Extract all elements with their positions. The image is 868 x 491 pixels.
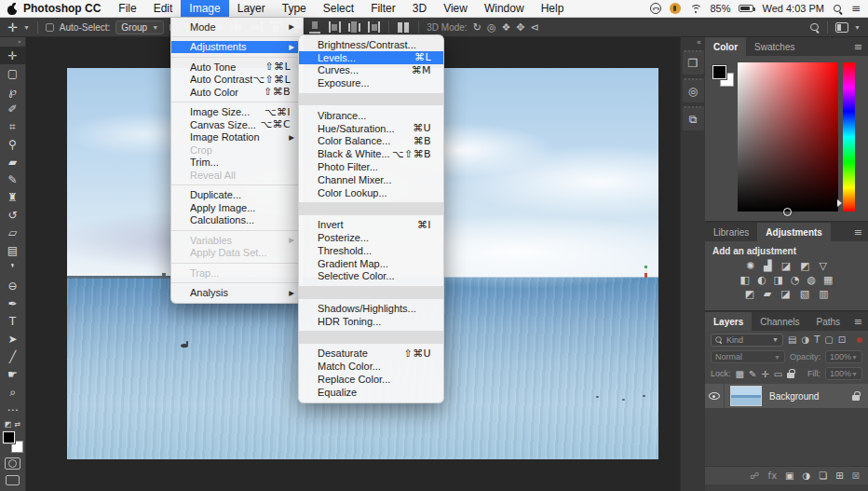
adj-curves-icon[interactable]: ◪ <box>781 259 791 273</box>
tab-channels[interactable]: Channels <box>752 312 807 331</box>
adj-brightness-contrast-icon[interactable]: ✺ <box>746 259 754 273</box>
adj-black-white-icon[interactable]: ◨ <box>773 273 782 287</box>
layer-filter-kind-dropdown[interactable]: Kind ▼ <box>711 334 783 347</box>
distribute-spacing-icon[interactable] <box>397 21 411 34</box>
submenu-item-gradient-map[interactable]: Gradient Map... <box>299 257 443 270</box>
hand-tool[interactable]: ☛ <box>0 365 26 383</box>
menu-item-mode[interactable]: Mode ▶ <box>171 20 303 34</box>
adj-photo-filter-icon[interactable]: ◔ <box>791 273 800 287</box>
menubar-item-type[interactable]: Type <box>274 0 315 17</box>
apple-menu-icon[interactable] <box>7 3 18 15</box>
tab-swatches[interactable]: Swatches <box>746 37 803 56</box>
submenu-item-equalize[interactable]: Equalize <box>299 386 443 399</box>
menu-item-duplicate[interactable]: Duplicate... <box>171 189 303 202</box>
menubar-item-select[interactable]: Select <box>315 0 362 17</box>
foreground-color-swatch[interactable] <box>3 431 15 443</box>
lasso-tool[interactable]: ℘ <box>0 82 26 100</box>
hue-slider-handle[interactable] <box>837 199 846 207</box>
tab-adjustments[interactable]: Adjustments <box>757 223 831 241</box>
tool-preset-chevron-icon[interactable]: ▼ <box>23 24 30 31</box>
line-tool[interactable]: ╱ <box>0 348 26 365</box>
adj-gradient-map-icon[interactable]: ▥ <box>819 287 828 301</box>
panel-menu-icon[interactable]: ≡ <box>854 37 868 56</box>
menu-item-calculations[interactable]: Calculations... <box>171 214 303 227</box>
swap-colors-icon[interactable]: ⇄ <box>14 421 20 429</box>
workspace-switcher-icon[interactable] <box>835 22 848 33</box>
adj-vibrance-icon[interactable]: ▽ <box>820 259 827 273</box>
adj-levels-icon[interactable]: ▟ <box>764 259 771 273</box>
saturation-brightness-field[interactable] <box>738 62 838 211</box>
default-swap-colors[interactable]: ◩ ⇄ <box>5 421 20 429</box>
lock-position-icon[interactable]: ✛ <box>761 369 768 379</box>
adj-color-balance-icon[interactable]: ◐ <box>757 273 766 287</box>
menu-item-auto-contrast[interactable]: Auto Contrast ⌥⇧⌘L <box>171 74 303 87</box>
auto-select-checkbox[interactable] <box>46 23 54 32</box>
tab-layers[interactable]: Layers <box>705 312 752 331</box>
adj-invert-icon[interactable]: ◩ <box>744 287 753 301</box>
default-colors-icon[interactable]: ◩ <box>5 421 12 429</box>
submenu-item-vibrance[interactable]: Vibrance... <box>299 109 443 122</box>
submenu-item-color-lookup[interactable]: Color Lookup... <box>299 186 443 199</box>
spotlight-search-icon[interactable] <box>833 4 843 14</box>
submenu-item-shadows-highlights[interactable]: Shadows/Highlights... <box>299 302 443 315</box>
submenu-item-match-color[interactable]: Match Color... <box>299 360 443 373</box>
notification-center-icon[interactable]: ≡ <box>851 3 861 14</box>
menubar-item-filter[interactable]: Filter <box>362 0 404 17</box>
new-group-icon[interactable]: ❏ <box>819 471 827 481</box>
submenu-item-invert[interactable]: Invert ⌘I <box>299 218 443 231</box>
info-panel-icon[interactable]: ⧉ <box>683 106 704 130</box>
new-layer-icon[interactable]: ⊞ <box>835 471 843 481</box>
menu-item-image-size[interactable]: Image Size... ⌥⌘I <box>171 106 303 119</box>
menu-item-trim[interactable]: Trim... <box>171 157 303 170</box>
battery-icon[interactable] <box>739 5 753 12</box>
tab-libraries[interactable]: Libraries <box>705 223 757 241</box>
submenu-item-threshold[interactable]: Threshold... <box>299 244 443 257</box>
3d-pan-icon[interactable]: ❖ <box>501 21 510 34</box>
layer-thumbnail[interactable] <box>730 386 762 406</box>
tab-color[interactable]: Color <box>705 37 746 56</box>
submenu-item-levels[interactable]: Levels... ⌘L <box>299 51 443 64</box>
distribute-center-icon[interactable] <box>347 21 361 34</box>
filter-shape-layers-icon[interactable]: ▢ <box>824 334 833 345</box>
3d-camera-icon[interactable]: ⊲ <box>531 21 539 34</box>
app-name[interactable]: Photoshop CC <box>18 0 110 17</box>
adj-threshold-icon[interactable]: ◪ <box>780 287 790 301</box>
quick-mask-button[interactable] <box>5 457 20 470</box>
rectangular-marquee-tool[interactable]: ▢ <box>0 64 26 82</box>
submenu-item-curves[interactable]: Curves... ⌘M <box>299 64 443 77</box>
clone-stamp-tool[interactable]: ♜ <box>0 188 26 206</box>
chevron-down-icon[interactable]: ▼ <box>854 24 861 31</box>
adj-channel-mixer-icon[interactable]: ◍ <box>807 273 817 287</box>
menubar-item-help[interactable]: Help <box>533 0 573 17</box>
lock-artboard-icon[interactable]: ▭ <box>774 369 782 379</box>
current-tool-icon[interactable]: ✛ <box>7 20 18 34</box>
submenu-item-desaturate[interactable]: Desaturate ⇧⌘U <box>299 348 443 361</box>
auto-select-dropdown[interactable]: Group ▼ <box>115 20 164 34</box>
menu-item-auto-tone[interactable]: Auto Tone ⇧⌘L <box>171 61 303 74</box>
adj-selective-color-icon[interactable]: ▧ <box>800 287 809 301</box>
adj-hue-saturation-icon[interactable]: ◧ <box>739 273 749 287</box>
dodge-tool[interactable]: ⊖ <box>0 277 26 294</box>
eraser-tool[interactable]: ▱ <box>0 224 26 241</box>
move-tool[interactable]: ✛ <box>0 47 26 64</box>
menubar-clock[interactable]: Wed 4:03 PM <box>762 3 823 14</box>
filter-smart-objects-icon[interactable]: ⊡ <box>838 334 846 345</box>
distribute-left-icon[interactable] <box>328 21 342 34</box>
menubar-item-file[interactable]: File <box>110 0 144 17</box>
path-selection-tool[interactable]: ➤ <box>0 330 26 348</box>
history-panel-icon[interactable]: ❐ <box>683 50 704 75</box>
filter-adjustment-layers-icon[interactable]: ◑ <box>801 334 809 345</box>
zoom-tool[interactable]: ⌕ <box>0 383 26 401</box>
crop-tool[interactable]: ⌗ <box>0 117 26 135</box>
spot-healing-brush-tool[interactable]: ▰ <box>0 153 26 170</box>
submenu-item-brightness-contrast[interactable]: Brightness/Contrast... <box>299 38 443 51</box>
3d-roll-icon[interactable]: ◎ <box>487 21 496 34</box>
link-layers-icon[interactable]: ☍ <box>750 471 759 481</box>
layer-row-background[interactable]: Background <box>705 384 868 408</box>
creative-cloud-icon[interactable] <box>650 3 661 14</box>
lock-transparent-pixels-icon[interactable]: ▩ <box>736 369 744 379</box>
lock-image-pixels-icon[interactable]: ✎ <box>749 369 756 379</box>
submenu-item-posterize[interactable]: Posterize... <box>299 231 443 244</box>
layer-visibility-cell[interactable] <box>705 384 725 408</box>
submenu-item-exposure[interactable]: Exposure... <box>299 76 443 89</box>
